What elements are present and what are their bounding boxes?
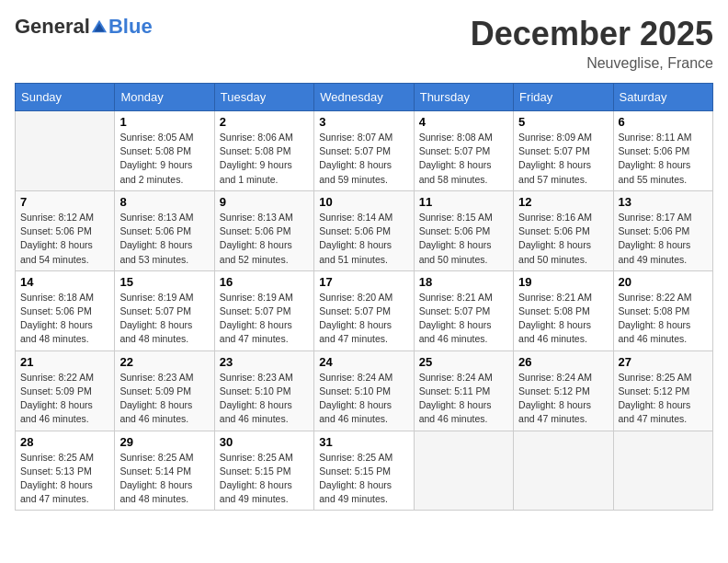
- day-cell: 19Sunrise: 8:21 AMSunset: 5:08 PMDayligh…: [514, 270, 613, 350]
- day-cell: [414, 431, 513, 511]
- day-number: 13: [619, 195, 708, 209]
- day-cell: 1Sunrise: 8:05 AMSunset: 5:08 PMDaylight…: [115, 111, 214, 191]
- day-cell: 25Sunrise: 8:24 AMSunset: 5:11 PMDayligh…: [414, 350, 513, 431]
- day-number: 31: [319, 435, 408, 449]
- day-detail: Sunrise: 8:13 AMSunset: 5:06 PMDaylight:…: [119, 211, 209, 267]
- day-number: 9: [220, 195, 309, 209]
- day-cell: [514, 431, 613, 511]
- day-detail: Sunrise: 8:16 AMSunset: 5:06 PMDaylight:…: [518, 211, 608, 267]
- day-number: 25: [419, 355, 508, 369]
- day-detail: Sunrise: 8:25 AMSunset: 5:14 PMDaylight:…: [119, 451, 209, 507]
- day-number: 18: [419, 275, 508, 289]
- week-row-4: 21Sunrise: 8:22 AMSunset: 5:09 PMDayligh…: [16, 350, 713, 431]
- day-number: 12: [518, 195, 608, 209]
- day-cell: 18Sunrise: 8:21 AMSunset: 5:07 PMDayligh…: [414, 270, 513, 350]
- day-number: 26: [518, 355, 608, 369]
- day-detail: Sunrise: 8:23 AMSunset: 5:09 PMDaylight:…: [119, 371, 209, 427]
- day-number: 3: [319, 115, 408, 129]
- day-cell: 15Sunrise: 8:19 AMSunset: 5:07 PMDayligh…: [115, 270, 214, 350]
- day-number: 20: [619, 275, 708, 289]
- day-detail: Sunrise: 8:25 AMSunset: 5:15 PMDaylight:…: [220, 451, 309, 507]
- day-number: 28: [20, 435, 109, 449]
- day-detail: Sunrise: 8:23 AMSunset: 5:10 PMDaylight:…: [220, 371, 309, 427]
- header-monday: Monday: [115, 84, 214, 111]
- day-cell: 11Sunrise: 8:15 AMSunset: 5:06 PMDayligh…: [414, 190, 513, 270]
- day-detail: Sunrise: 8:09 AMSunset: 5:07 PMDaylight:…: [518, 131, 608, 187]
- day-detail: Sunrise: 8:22 AMSunset: 5:08 PMDaylight:…: [619, 291, 708, 347]
- day-detail: Sunrise: 8:08 AMSunset: 5:07 PMDaylight:…: [419, 131, 508, 187]
- day-cell: 5Sunrise: 8:09 AMSunset: 5:07 PMDaylight…: [514, 111, 613, 191]
- day-detail: Sunrise: 8:11 AMSunset: 5:06 PMDaylight:…: [619, 131, 708, 187]
- day-detail: Sunrise: 8:24 AMSunset: 5:12 PMDaylight:…: [518, 371, 608, 427]
- day-cell: 22Sunrise: 8:23 AMSunset: 5:09 PMDayligh…: [115, 350, 214, 431]
- day-detail: Sunrise: 8:19 AMSunset: 5:07 PMDaylight:…: [119, 291, 209, 347]
- day-cell: 6Sunrise: 8:11 AMSunset: 5:06 PMDaylight…: [613, 111, 712, 191]
- day-detail: Sunrise: 8:07 AMSunset: 5:07 PMDaylight:…: [319, 131, 408, 187]
- day-number: 14: [20, 275, 109, 289]
- day-number: 30: [220, 435, 309, 449]
- calendar-table: SundayMondayTuesdayWednesdayThursdayFrid…: [15, 83, 713, 511]
- day-cell: 24Sunrise: 8:24 AMSunset: 5:10 PMDayligh…: [314, 350, 414, 431]
- day-detail: Sunrise: 8:19 AMSunset: 5:07 PMDaylight:…: [220, 291, 309, 347]
- day-cell: 7Sunrise: 8:12 AMSunset: 5:06 PMDaylight…: [16, 190, 115, 270]
- day-detail: Sunrise: 8:18 AMSunset: 5:06 PMDaylight:…: [20, 291, 109, 347]
- day-detail: Sunrise: 8:25 AMSunset: 5:12 PMDaylight:…: [619, 371, 708, 427]
- day-number: 19: [518, 275, 608, 289]
- header-saturday: Saturday: [613, 84, 712, 111]
- day-cell: 26Sunrise: 8:24 AMSunset: 5:12 PMDayligh…: [514, 350, 613, 431]
- week-row-5: 28Sunrise: 8:25 AMSunset: 5:13 PMDayligh…: [16, 431, 713, 511]
- day-number: 24: [319, 355, 408, 369]
- week-row-1: 1Sunrise: 8:05 AMSunset: 5:08 PMDaylight…: [16, 111, 713, 191]
- day-cell: 9Sunrise: 8:13 AMSunset: 5:06 PMDaylight…: [214, 190, 313, 270]
- day-number: 17: [319, 275, 408, 289]
- day-number: 1: [119, 115, 209, 129]
- day-number: 5: [518, 115, 608, 129]
- day-cell: [613, 431, 712, 511]
- day-cell: 20Sunrise: 8:22 AMSunset: 5:08 PMDayligh…: [613, 270, 712, 350]
- logo-blue-text: Blue: [108, 15, 153, 39]
- day-number: 29: [119, 435, 209, 449]
- header-tuesday: Tuesday: [214, 84, 313, 111]
- day-detail: Sunrise: 8:17 AMSunset: 5:06 PMDaylight:…: [619, 211, 708, 267]
- day-detail: Sunrise: 8:25 AMSunset: 5:15 PMDaylight:…: [319, 451, 408, 507]
- week-row-3: 14Sunrise: 8:18 AMSunset: 5:06 PMDayligh…: [16, 270, 713, 350]
- day-detail: Sunrise: 8:20 AMSunset: 5:07 PMDaylight:…: [319, 291, 408, 347]
- day-number: 8: [119, 195, 209, 209]
- day-cell: 10Sunrise: 8:14 AMSunset: 5:06 PMDayligh…: [314, 190, 414, 270]
- header-row: SundayMondayTuesdayWednesdayThursdayFrid…: [16, 84, 713, 111]
- day-detail: Sunrise: 8:24 AMSunset: 5:11 PMDaylight:…: [419, 371, 508, 427]
- day-number: 6: [619, 115, 708, 129]
- day-detail: Sunrise: 8:21 AMSunset: 5:08 PMDaylight:…: [518, 291, 608, 347]
- day-number: 27: [619, 355, 708, 369]
- day-detail: Sunrise: 8:05 AMSunset: 5:08 PMDaylight:…: [119, 131, 209, 187]
- day-number: 2: [220, 115, 309, 129]
- day-detail: Sunrise: 8:22 AMSunset: 5:09 PMDaylight:…: [20, 371, 109, 427]
- day-detail: Sunrise: 8:25 AMSunset: 5:13 PMDaylight:…: [20, 451, 109, 507]
- day-cell: 29Sunrise: 8:25 AMSunset: 5:14 PMDayligh…: [115, 431, 214, 511]
- day-cell: 21Sunrise: 8:22 AMSunset: 5:09 PMDayligh…: [16, 350, 115, 431]
- logo-general-text: General: [15, 15, 90, 39]
- day-cell: 31Sunrise: 8:25 AMSunset: 5:15 PMDayligh…: [314, 431, 414, 511]
- day-detail: Sunrise: 8:12 AMSunset: 5:06 PMDaylight:…: [20, 211, 109, 267]
- day-detail: Sunrise: 8:14 AMSunset: 5:06 PMDaylight:…: [319, 211, 408, 267]
- day-number: 22: [119, 355, 209, 369]
- day-number: 21: [20, 355, 109, 369]
- day-cell: 28Sunrise: 8:25 AMSunset: 5:13 PMDayligh…: [16, 431, 115, 511]
- day-cell: 14Sunrise: 8:18 AMSunset: 5:06 PMDayligh…: [16, 270, 115, 350]
- day-cell: [16, 111, 115, 191]
- title-block: December 2025 Neuveglise, France: [471, 15, 713, 72]
- header-sunday: Sunday: [16, 84, 115, 111]
- week-row-2: 7Sunrise: 8:12 AMSunset: 5:06 PMDaylight…: [16, 190, 713, 270]
- day-number: 10: [319, 195, 408, 209]
- day-cell: 2Sunrise: 8:06 AMSunset: 5:08 PMDaylight…: [214, 111, 313, 191]
- day-cell: 12Sunrise: 8:16 AMSunset: 5:06 PMDayligh…: [514, 190, 613, 270]
- calendar-subtitle: Neuveglise, France: [471, 55, 713, 72]
- day-cell: 16Sunrise: 8:19 AMSunset: 5:07 PMDayligh…: [214, 270, 313, 350]
- day-number: 16: [220, 275, 309, 289]
- day-detail: Sunrise: 8:24 AMSunset: 5:10 PMDaylight:…: [319, 371, 408, 427]
- day-cell: 8Sunrise: 8:13 AMSunset: 5:06 PMDaylight…: [115, 190, 214, 270]
- day-cell: 3Sunrise: 8:07 AMSunset: 5:07 PMDaylight…: [314, 111, 414, 191]
- logo: General Blue: [15, 15, 153, 39]
- day-detail: Sunrise: 8:15 AMSunset: 5:06 PMDaylight:…: [419, 211, 508, 267]
- logo-icon: [91, 18, 108, 35]
